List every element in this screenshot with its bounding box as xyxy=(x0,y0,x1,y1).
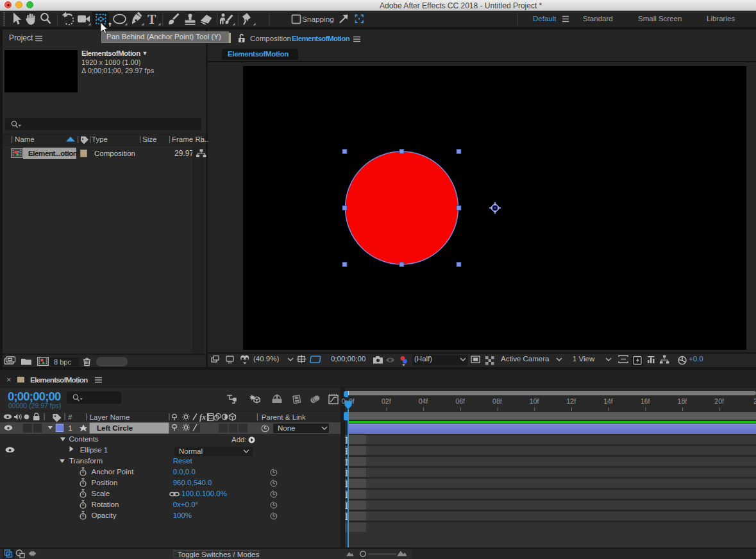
svg-text:T: T xyxy=(147,12,156,26)
svg-text:fx: fx xyxy=(199,413,206,422)
